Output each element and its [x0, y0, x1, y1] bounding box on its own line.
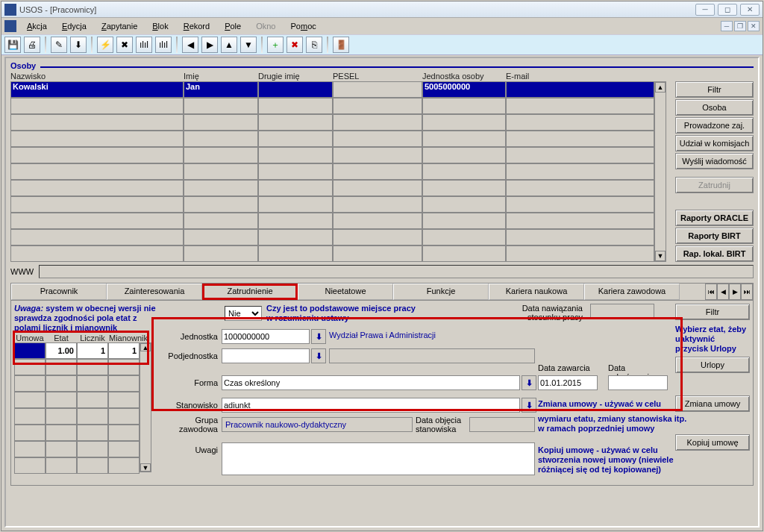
- child-restore-button[interactable]: ❐: [734, 21, 746, 31]
- zmiana-hint2: wymiaru etatu, zmiany stanowiska itp. w …: [538, 414, 687, 434]
- podjednostka-picker-icon[interactable]: ⬇: [311, 348, 326, 363]
- jednostka-field[interactable]: 1000000000: [222, 329, 310, 344]
- komisje-button[interactable]: Udział w komisjach: [675, 135, 754, 151]
- mini-scroll-up-icon[interactable]: ▲: [140, 343, 151, 351]
- data-zawarcia-label: Data zawarcia: [538, 363, 590, 372]
- mini-mianownik[interactable]: 1: [108, 342, 140, 359]
- tab-zainteresowania[interactable]: Zainteresowania: [107, 284, 202, 300]
- tab-next-icon[interactable]: ▶: [729, 284, 741, 300]
- uwaga-note: Uwaga: system w obecnej wersji nie spraw…: [14, 304, 163, 334]
- scroll-down-icon[interactable]: ▼: [655, 251, 666, 261]
- mini-licznik[interactable]: 1: [77, 342, 108, 359]
- flash-icon[interactable]: ⚡: [97, 37, 113, 53]
- tab-kariera-zawodowa[interactable]: Kariera zawodowa: [584, 284, 680, 300]
- raporty-birt-button[interactable]: Raporty BIRT: [675, 228, 754, 244]
- hdr-pesel: PESEL: [333, 72, 422, 81]
- filtr-button[interactable]: Filtr: [675, 81, 754, 98]
- zatrudnij-button[interactable]: Zatrudnij: [675, 177, 754, 193]
- minimize-button[interactable]: ─: [695, 4, 715, 16]
- mini-umowa[interactable]: [14, 342, 46, 359]
- menu-pole[interactable]: Pole: [217, 20, 248, 32]
- clear-icon[interactable]: ✎: [51, 37, 67, 53]
- raporty-oracle-button[interactable]: Raporty ORACLE: [675, 210, 754, 226]
- delete-icon[interactable]: ✖: [286, 37, 303, 53]
- forma-field[interactable]: Czas określony: [222, 375, 520, 390]
- podjednostka-field[interactable]: [222, 348, 310, 363]
- maximize-button[interactable]: ◻: [718, 4, 737, 16]
- uwagi-field[interactable]: [222, 442, 535, 475]
- mini-table-headers: Umowa Etat Licznik Mianownik: [14, 334, 150, 342]
- tab-funkcje[interactable]: Funkcje: [393, 284, 489, 300]
- scroll-up-icon[interactable]: ▲: [655, 82, 666, 93]
- hdr-nazwisko: Nazwisko: [10, 72, 184, 81]
- mini-scroll-down-icon[interactable]: ▼: [140, 463, 151, 472]
- tab-first-icon[interactable]: ⏮: [705, 284, 717, 300]
- tab-kariera-naukowa[interactable]: Kariera naukowa: [489, 284, 584, 300]
- window-title: USOS - [Pracownicy]: [19, 5, 96, 14]
- down-icon[interactable]: ⬇: [70, 37, 87, 53]
- menu-blok[interactable]: Blok: [145, 20, 175, 32]
- down2-icon[interactable]: ▼: [240, 37, 257, 53]
- menu-akcja[interactable]: Akcja: [19, 20, 54, 32]
- forma-picker-icon[interactable]: ⬇: [522, 375, 536, 390]
- jednostka-picker-icon[interactable]: ⬇: [311, 329, 326, 344]
- prev-icon[interactable]: ◀: [182, 37, 198, 53]
- stanowisko-field[interactable]: adiunkt: [222, 398, 520, 413]
- grupa-label: Grupa zawodowa: [160, 416, 220, 434]
- podstawowe-label: Czy jest to podstawowe miejsce pracy w r…: [266, 304, 423, 323]
- close-button[interactable]: ✕: [740, 4, 760, 16]
- cell-jednostka-os[interactable]: 5005000000: [422, 81, 506, 98]
- cell-imie[interactable]: Jan: [184, 81, 258, 98]
- menu-rekord[interactable]: Rekord: [176, 20, 217, 32]
- raporty-lokal-button[interactable]: Rap. lokal. BIRT: [675, 245, 754, 262]
- tab-prev-icon[interactable]: ◀: [717, 284, 729, 300]
- wybierz-etat-note: Wybierz etat, żeby uaktywnić przycisk Ur…: [675, 325, 750, 354]
- save-icon[interactable]: 💾: [4, 37, 21, 53]
- data-zawarcia-field[interactable]: 01.01.2015: [538, 375, 598, 390]
- cell-pesel[interactable]: [333, 81, 422, 98]
- filtr2-button[interactable]: Filtr: [675, 304, 750, 320]
- data-naw-field[interactable]: [590, 304, 654, 319]
- cell-drugie[interactable]: [258, 81, 333, 98]
- print-icon[interactable]: 🖨: [24, 37, 40, 53]
- zmiana-umowy-button[interactable]: Zmiana umowy: [675, 395, 750, 412]
- copy-icon[interactable]: ⎘: [306, 37, 322, 53]
- grupa-field: Pracownik naukowo-dydaktyczny: [222, 417, 413, 432]
- cell-nazwisko[interactable]: Kowalski: [10, 81, 184, 98]
- podjednostka-name: [329, 348, 535, 363]
- urlopy-button[interactable]: Urlopy: [675, 357, 750, 373]
- child-minimize-button[interactable]: ─: [721, 21, 733, 31]
- add-icon[interactable]: ＋: [267, 37, 284, 53]
- mini-row[interactable]: 1.00 1 1: [14, 342, 150, 359]
- osoba-button[interactable]: Osoba: [675, 99, 754, 116]
- menu-edycja[interactable]: Edycja: [54, 20, 94, 32]
- mini-etat[interactable]: 1.00: [46, 342, 77, 359]
- menu-pomoc[interactable]: Pomoc: [283, 20, 323, 32]
- wiadomosc-button[interactable]: Wyślij wiadomość: [675, 153, 754, 169]
- data-zakonczenia-field[interactable]: [608, 375, 668, 390]
- cell-email[interactable]: [506, 81, 654, 98]
- tab-pracownik[interactable]: Pracownik: [11, 284, 107, 300]
- stanowisko-picker-icon[interactable]: ⬇: [522, 398, 536, 413]
- tab-zatrudnienie[interactable]: Zatrudnienie: [202, 284, 298, 300]
- grid-scrollbar[interactable]: ▲ ▼: [654, 81, 666, 262]
- tab-last-icon[interactable]: ⏭: [741, 284, 753, 300]
- data-naw-label: Data nawiązania stosunku pracy: [510, 304, 583, 322]
- www-input[interactable]: [39, 265, 754, 278]
- up-icon[interactable]: ▲: [221, 37, 237, 53]
- podstawowe-select[interactable]: Nie: [225, 306, 262, 321]
- next-icon[interactable]: ▶: [201, 37, 218, 53]
- prowadzone-button[interactable]: Prowadzone zaj.: [675, 117, 754, 134]
- data-objecia-field[interactable]: [469, 417, 535, 432]
- menu-zapytanie[interactable]: Zapytanie: [94, 20, 145, 32]
- mini-scrollbar[interactable]: ▲ ▼: [140, 342, 151, 472]
- exit-icon[interactable]: 🚪: [333, 37, 349, 53]
- data-row[interactable]: Kowalski Jan 5005000000: [10, 81, 654, 98]
- menu-okno[interactable]: Okno: [248, 20, 283, 32]
- bars2-icon[interactable]: ılıl: [155, 37, 172, 53]
- tab-nieetatowe[interactable]: Nieetatowe: [298, 284, 393, 300]
- cancel-query-icon[interactable]: ✖: [116, 37, 133, 53]
- child-close-button[interactable]: ✕: [748, 21, 760, 31]
- bars1-icon[interactable]: ılıl: [136, 37, 152, 53]
- lower-panel: Uwaga: system w obecnej wersji nie spraw…: [10, 301, 754, 486]
